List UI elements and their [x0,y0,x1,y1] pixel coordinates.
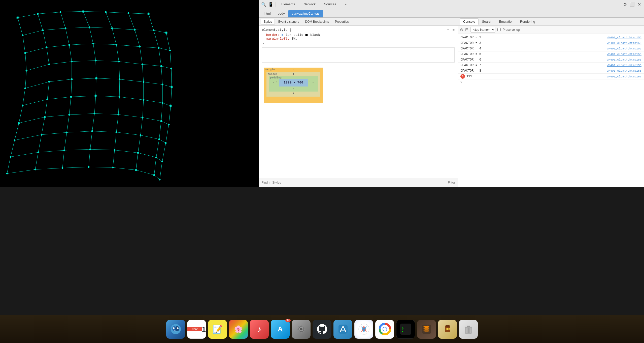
svg-point-62 [158,138,160,140]
dock-item-github[interactable] [313,320,331,339]
console-source[interactable]: VM401_cloath.htm:155 [607,47,641,50]
console-text: DFACTOR = 5 [460,52,481,56]
console-tab-rendering[interactable]: Rendering [517,19,538,24]
filter-console-icon[interactable]: ⊞ [465,27,468,32]
svg-point-77 [135,169,137,171]
svg-point-69 [137,152,139,154]
dock-item-finder[interactable] [166,320,185,339]
svg-point-13 [134,29,136,31]
svg-point-70 [155,157,157,158]
console-prompt[interactable]: > [458,79,644,85]
svg-point-66 [63,150,65,151]
svg-point-71 [161,161,163,162]
svg-rect-97 [297,329,299,330]
console-line: DFACTOR = 4 VM401_cloath.htm:155 [458,46,644,51]
svg-point-51 [94,113,95,115]
close-devtools-icon[interactable]: ✕ [636,2,642,7]
svg-point-86 [94,94,97,97]
console-source[interactable]: VM401_cloath.htm:155 [607,41,641,45]
svg-point-33 [48,81,50,83]
svg-point-68 [114,149,116,151]
dock-item-notes[interactable]: 📝 [208,320,227,339]
console-tab-console[interactable]: Console [460,18,479,25]
prompt-symbol: > [460,80,462,84]
dock-item-safari[interactable] [354,320,373,339]
subtab-properties[interactable]: Properties [332,19,351,24]
console-error-content: 3 111 [460,74,472,79]
dock-item-terminal[interactable]: $ _ ▮ [396,320,415,339]
add-style-icon[interactable]: + [447,28,449,32]
svg-rect-98 [304,329,306,330]
svg-point-16 [24,52,26,54]
tab-sources[interactable]: Sources [321,1,340,8]
console-toolbar: ⊘ ⊞ <top frame> Preserve log [458,26,644,34]
subtab-event-listeners[interactable]: Event Listeners [276,19,302,24]
console-source[interactable]: VM401_cloath.htm:167 [607,75,641,78]
dock-icon[interactable]: ⬜ [629,2,635,7]
device-toggle-icon[interactable]: 📱 [268,2,274,7]
tab-more[interactable]: » [341,1,350,8]
dock-item-photos[interactable]: 🌸 [229,320,248,339]
svg-point-82 [147,12,150,15]
inspect-icon[interactable]: 🔍 [261,2,266,7]
console-source[interactable]: VM401_cloath.htm:155 [607,64,641,67]
svg-point-44 [119,96,120,98]
svg-point-46 [162,102,163,104]
tab-elements[interactable]: Elements [278,1,298,8]
dock-item-music[interactable]: ♪ [250,320,269,339]
devtools-body: Styles Event Listeners DOM Breakpoints P… [259,18,644,187]
console-panel: Console Search Emulation Rendering ⊘ ⊞ <… [458,18,644,187]
console-source[interactable]: VM401_cloath.htm:155 [607,36,641,39]
svg-point-10 [65,27,66,29]
dock-item-sublime[interactable] [417,320,436,339]
console-text: DFACTOR = 3 [460,41,481,45]
svg-point-52 [118,114,119,116]
console-tab-emulation[interactable]: Emulation [496,19,517,24]
svg-text:JAR: JAR [445,328,450,331]
svg-point-73 [35,169,36,170]
breadcrumb-canvas[interactable]: canvas#myCanvas [288,10,323,17]
console-source[interactable]: VM401_cloath.htm:155 [607,58,641,61]
devtools-toolbar: 🔍 📱 Elements Network Sources » ⚙ ⬜ ✕ [259,0,644,9]
dock-item-calendar[interactable]: NOV 1 [187,320,206,339]
console-line: DFACTOR = 7 VM401_cloath.htm:155 [458,63,644,68]
svg-point-112 [383,327,387,331]
svg-point-55 [168,124,170,126]
color-swatch-black[interactable] [305,34,308,36]
dock-item-jar[interactable]: JAR [438,320,457,339]
svg-point-83 [165,31,168,34]
find-in-styles-bar: Find in Styles Filter [259,178,458,187]
dock-item-chrome[interactable] [375,320,394,339]
console-source[interactable]: VM401_cloath.htm:155 [607,52,641,56]
console-source[interactable]: VM401_cloath.htm:155 [607,69,641,72]
frame-selector[interactable]: <top frame> [470,27,495,33]
svg-rect-96 [301,332,302,333]
svg-point-61 [140,134,142,136]
toolbar-separator-1 [276,2,276,7]
dock-item-appstore[interactable]: A 14 [271,320,290,339]
settings-icon[interactable]: ⚙ [622,2,628,7]
svg-point-58 [66,132,68,133]
svg-point-11 [89,26,90,28]
breadcrumb-body[interactable]: body [274,10,288,17]
preserve-log-checkbox[interactable] [497,28,501,31]
svg-point-24 [26,70,27,72]
svg-point-20 [116,44,117,46]
styles-panel: Styles Event Listeners DOM Breakpoints P… [259,18,458,187]
svg-point-38 [162,84,163,85]
console-tab-search[interactable]: Search [479,19,495,24]
subtab-styles[interactable]: Styles [261,19,275,25]
computed-icon[interactable]: ⊞ [453,28,455,32]
dock-item-xcode[interactable] [333,320,352,339]
svg-point-5 [105,11,107,13]
dock-item-trash[interactable] [459,320,478,339]
subtab-dom-breakpoints[interactable]: DOM Breakpoints [302,19,331,24]
find-in-styles-label: Find in Styles [261,181,281,184]
canvas-area [0,0,259,187]
css-expand-border[interactable]: ▶ [282,33,284,37]
clear-console-icon[interactable]: ⊘ [460,27,463,32]
console-error-line: 3 111 VM401_cloath.htm:167 [458,74,644,79]
breadcrumb-html[interactable]: html [261,10,274,17]
tab-network[interactable]: Network [300,1,319,8]
dock-item-system-preferences[interactable] [292,320,311,339]
